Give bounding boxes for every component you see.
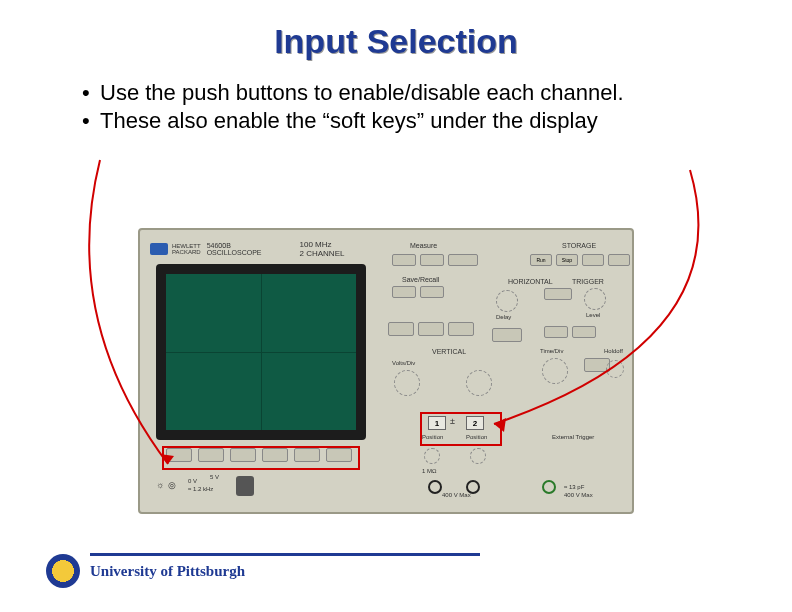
oscilloscope-figure: HEWLETT PACKARD 54600B OSCILLOSCOPE 100 … [138,228,634,514]
brightness-icon[interactable]: ☼ [156,480,164,490]
vmax-label: 400 V Max [442,492,471,498]
measure-btn-3[interactable] [448,254,478,266]
mode-button[interactable] [544,326,568,338]
softkey-highlight [162,446,360,470]
cal-0v: 0 V [188,478,197,484]
position-knob-1[interactable] [424,448,440,464]
bullet-1: Use the push buttons to enable/disable e… [100,79,624,107]
footer-rule [90,553,480,556]
bottom-row: ☼ ◎ 0 V 5 V ≈ 1.2 kHz 1 MΩ 400 V Max ≈ 1… [154,474,624,502]
print-button[interactable] [448,322,474,336]
channel-highlight [420,412,502,446]
bullet-dot-2: • [82,107,100,135]
level-label: Level [586,312,600,318]
save-recall-label: Save/Recall [402,276,439,283]
run-button[interactable]: Run [530,254,552,266]
timediv-label: Time/Div [540,348,563,354]
cal-5v: 5 V [210,474,219,480]
crt-screen [166,274,356,430]
erase-button[interactable] [608,254,630,266]
crt-bezel [156,264,366,440]
measure-btn-2[interactable] [420,254,444,266]
bullet-2: These also enable the “soft keys” under … [100,107,598,135]
recall-btn[interactable] [420,286,444,298]
bandwidth-text: 100 MHz 2 CHANNEL [300,240,345,258]
delay-knob[interactable] [496,290,518,312]
display-button[interactable] [418,322,444,336]
holdoff-knob[interactable] [606,360,624,378]
trigger-label: TRIGGER [572,278,604,285]
brand-text: HEWLETT PACKARD [172,243,201,255]
bullet-dot-1: • [82,79,100,107]
position-knob-2[interactable] [470,448,486,464]
autoscale-button[interactable] [388,322,414,336]
focus-icon[interactable]: ◎ [168,480,176,490]
delay-label: Delay [496,314,511,320]
horizontal-label: HORIZONTAL [508,278,553,285]
ext-cap-label: ≈ 13 pF [564,484,584,490]
ext-vmax-label: 400 V Max [564,492,593,498]
university-seal-icon [46,554,80,588]
power-button[interactable] [236,476,254,496]
stop-button[interactable]: Stop [556,254,578,266]
slide-title: Input Selection [0,0,792,61]
holdoff-label: Holdoff [604,348,623,354]
timediv-knob[interactable] [542,358,568,384]
bnc-ch1[interactable] [428,480,442,494]
bnc-ext[interactable] [542,480,556,494]
save-btn[interactable] [392,286,416,298]
voltsdiv-knob-1[interactable] [394,370,420,396]
model-text: 54600B OSCILLOSCOPE [207,242,262,256]
vertical-label: VERTICAL [432,348,466,355]
level-knob[interactable] [584,288,606,310]
slope-button[interactable] [572,326,596,338]
imp1-label: 1 MΩ [422,468,437,474]
voltsdiv-label: Volts/Div [392,360,415,366]
cal-freq: ≈ 1.2 kHz [188,486,213,492]
measure-btn-1[interactable] [392,254,416,266]
bullet-list: • Use the push buttons to enable/disable… [82,79,722,134]
ext-trigger-label: External Trigger [552,434,594,440]
oscilloscope-body: HEWLETT PACKARD 54600B OSCILLOSCOPE 100 … [138,228,634,514]
measure-label: Measure [410,242,437,249]
voltsdiv-knob-2[interactable] [466,370,492,396]
autostore-button[interactable] [582,254,604,266]
footer-text: University of Pittsburgh [90,563,245,580]
bnc-ch2[interactable] [466,480,480,494]
hp-logo-icon [150,243,168,255]
storage-label: STORAGE [562,242,596,249]
main-delayed-button[interactable] [492,328,522,342]
source-button[interactable] [544,288,572,300]
